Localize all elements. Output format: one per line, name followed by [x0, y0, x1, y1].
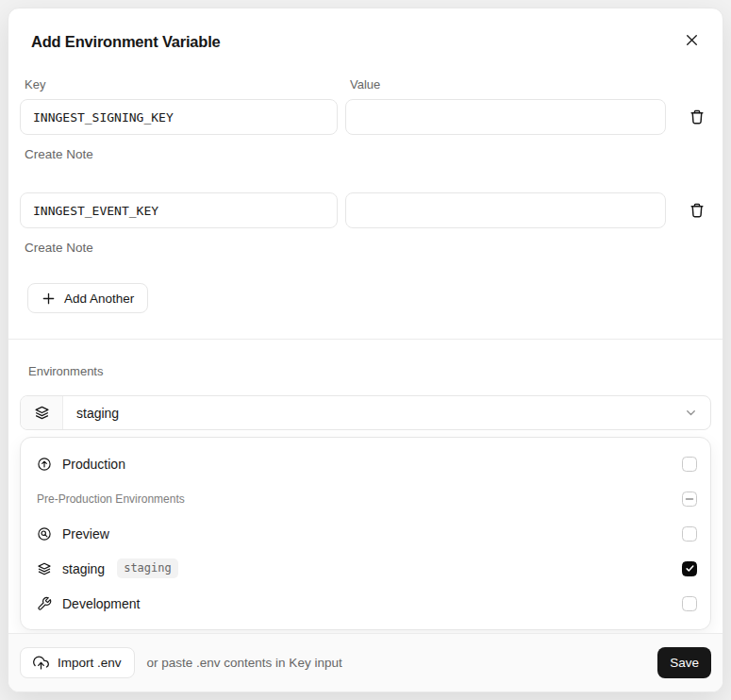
delete-row-button[interactable]: [685, 105, 709, 129]
environments-selected-value: staging: [63, 396, 684, 429]
add-another-label: Add Another: [64, 292, 134, 306]
arrow-up-circle-icon: [37, 457, 52, 472]
environments-dropdown-panel: Production Pre-Production Environments: [20, 437, 711, 630]
close-button[interactable]: [682, 30, 702, 50]
trash-icon: [689, 202, 706, 219]
env-slug-badge: staging: [117, 558, 178, 578]
modal-footer: Import .env or paste .env contents in Ke…: [8, 633, 723, 692]
env-option-staging[interactable]: staging staging: [32, 551, 699, 586]
env-option-label: staging: [62, 561, 105, 576]
key-input[interactable]: [20, 192, 338, 228]
environments-select-icon-cell: [21, 396, 63, 429]
variable-row: [20, 192, 711, 228]
layers-icon: [37, 561, 52, 576]
variables-form: Key Value Create Note: [8, 51, 723, 339]
checkbox-unchecked[interactable]: [682, 596, 697, 611]
wrench-icon: [37, 596, 52, 611]
plus-icon: [42, 292, 56, 306]
create-note-link[interactable]: Create Note: [25, 147, 93, 161]
import-env-button[interactable]: Import .env: [20, 647, 135, 678]
value-input[interactable]: [345, 192, 666, 228]
save-button[interactable]: Save: [657, 647, 711, 678]
create-note-link[interactable]: Create Note: [25, 241, 93, 255]
key-input[interactable]: [20, 99, 338, 135]
environments-select[interactable]: staging: [20, 395, 711, 430]
env-option-label: Production: [62, 457, 125, 472]
value-input[interactable]: [345, 99, 666, 135]
checkbox-indeterminate[interactable]: [682, 492, 697, 507]
environments-label: Environments: [28, 364, 711, 378]
delete-row-button[interactable]: [685, 198, 709, 223]
checkbox-unchecked[interactable]: [682, 526, 697, 542]
environments-section: Environments staging: [8, 340, 723, 630]
import-env-label: Import .env: [58, 656, 122, 670]
value-label: Value: [345, 77, 666, 92]
env-option-preview[interactable]: Preview: [32, 516, 699, 551]
close-icon: [684, 32, 700, 48]
env-option-production[interactable]: Production: [32, 446, 699, 481]
trash-icon: [689, 108, 706, 125]
env-group-pre-production[interactable]: Pre-Production Environments: [32, 481, 699, 516]
add-another-button[interactable]: Add Another: [27, 283, 148, 313]
add-env-var-modal: Add Environment Variable Key Value: [8, 8, 723, 692]
env-group-label: Pre-Production Environments: [37, 492, 185, 506]
env-option-development[interactable]: Development: [32, 586, 699, 621]
paste-hint-text: or paste .env contents in Key input: [147, 656, 342, 670]
env-option-label: Preview: [62, 526, 109, 542]
env-option-label: Development: [62, 596, 141, 611]
page-title: Add Environment Variable: [31, 32, 221, 51]
cloud-upload-icon: [33, 655, 49, 671]
key-label: Key: [20, 77, 338, 92]
chevron-down-icon: [684, 396, 710, 429]
magnifier-circle-icon: [37, 526, 52, 542]
checkbox-checked[interactable]: [682, 561, 697, 576]
variable-row: [20, 99, 711, 135]
layers-icon: [34, 405, 50, 421]
checkbox-unchecked[interactable]: [682, 457, 697, 472]
modal-header: Add Environment Variable: [8, 8, 723, 51]
